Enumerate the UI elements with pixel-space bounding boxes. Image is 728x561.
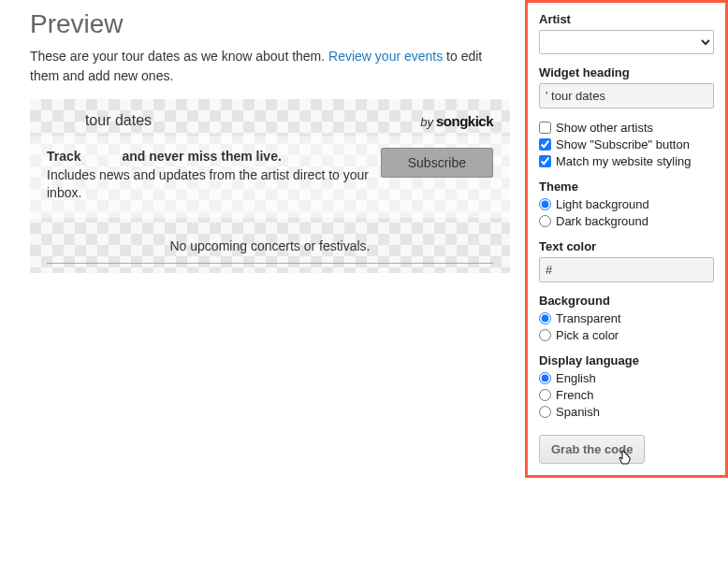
songkick-logo: songkick [436, 113, 493, 129]
lang-fr-label: French [556, 388, 593, 402]
widget-divider [47, 263, 493, 264]
match-styling-label: Match my website styling [556, 154, 692, 168]
match-styling-checkbox[interactable] [539, 155, 551, 167]
songkick-attribution: by songkick [420, 113, 493, 129]
preview-desc-prefix: These are your tour dates as we know abo… [30, 49, 328, 64]
grab-code-button[interactable]: Grab the code [539, 435, 645, 464]
show-other-artists-checkbox[interactable] [539, 122, 551, 134]
artist-label: Artist [539, 12, 714, 26]
track-sub: Includes news and updates from the artis… [47, 167, 369, 201]
track-row: Track Artist and never miss them live. I… [30, 137, 510, 218]
bg-pick-radio[interactable] [539, 329, 551, 341]
lang-en-label: English [556, 371, 596, 385]
track-prefix: Track [47, 149, 84, 164]
theme-label: Theme [539, 180, 714, 194]
preview-title: Preview [30, 9, 510, 39]
widget-title: Artist tour dates [47, 112, 152, 129]
show-subscribe-label: Show "Subscribe" button [556, 137, 690, 151]
theme-light-radio[interactable] [539, 198, 551, 210]
bg-transparent-label: Transparent [556, 311, 621, 325]
show-other-artists-label: Show other artists [556, 121, 653, 135]
bg-pick-label: Pick a color [556, 328, 619, 342]
subscribe-button[interactable]: Subscribe [381, 148, 493, 178]
widget-preview: Artist tour dates by songkick Track Arti… [30, 99, 510, 273]
no-upcoming-text: No upcoming concerts or festivals. [30, 218, 510, 263]
track-suffix: and never miss them live. [119, 149, 282, 164]
settings-panel: Artist Widget heading Show other artists… [525, 0, 728, 478]
theme-dark-radio[interactable] [539, 215, 551, 227]
widget-heading-input[interactable] [539, 83, 714, 108]
text-color-input[interactable] [539, 257, 714, 282]
language-label: Display language [539, 353, 714, 367]
lang-es-radio[interactable] [539, 406, 551, 418]
text-color-label: Text color [539, 239, 714, 253]
theme-light-label: Light background [556, 197, 649, 211]
preview-description: These are your tour dates as we know abo… [30, 47, 510, 86]
lang-en-radio[interactable] [539, 372, 551, 384]
theme-dark-label: Dark background [556, 214, 648, 228]
show-subscribe-checkbox[interactable] [539, 138, 551, 151]
background-label: Background [539, 294, 714, 308]
widget-header: Artist tour dates by songkick [30, 112, 510, 137]
by-label: by [420, 115, 433, 129]
bg-transparent-radio[interactable] [539, 312, 551, 324]
lang-es-label: Spanish [556, 405, 600, 419]
artist-select[interactable] [539, 30, 714, 54]
review-events-link[interactable]: Review your events [328, 49, 443, 64]
preview-column: Preview These are your tour dates as we … [0, 0, 525, 478]
lang-fr-radio[interactable] [539, 389, 551, 401]
track-text: Track Artist and never miss them live. I… [47, 148, 371, 203]
widget-heading-label: Widget heading [539, 65, 714, 79]
